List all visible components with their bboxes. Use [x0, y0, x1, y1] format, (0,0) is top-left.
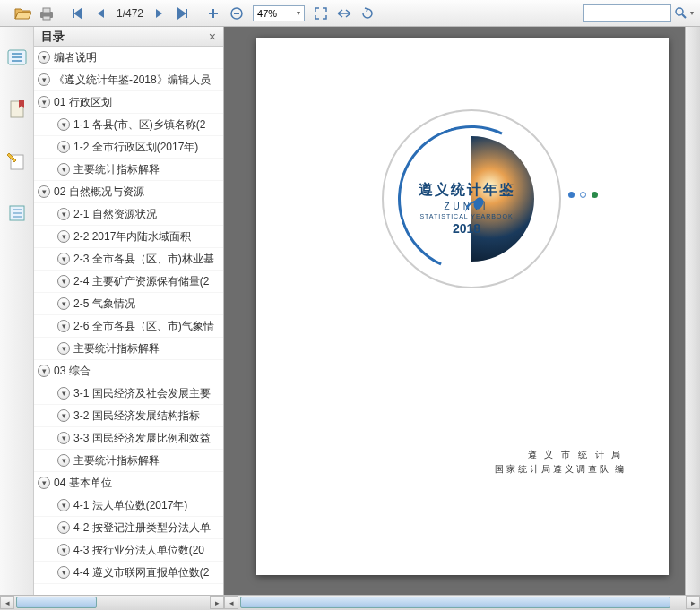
toc-item[interactable]: ▾1-1 各县(市、区)乡镇名称(2	[34, 114, 223, 136]
chevron-down-icon[interactable]: ▾	[38, 365, 50, 377]
toc-item[interactable]: ▾2-1 自然资源状况	[34, 203, 223, 226]
chevron-down-icon[interactable]: ▾	[57, 409, 70, 422]
toc-item[interactable]: ▾4-2 按登记注册类型分法人单	[34, 517, 223, 539]
chevron-down-icon[interactable]: ▾	[57, 544, 70, 556]
toc-item[interactable]: ▾主要统计指标解释	[34, 450, 223, 472]
toc-item[interactable]: ▾4-1 法人单位数(2017年)	[34, 494, 223, 517]
toc-item[interactable]: ▾01 行政区划	[34, 91, 223, 114]
chevron-down-icon[interactable]: ▾	[57, 499, 70, 511]
chevron-down-icon[interactable]: ▾	[57, 342, 70, 355]
viewer-hscroll[interactable]: ◂ ▸	[224, 595, 700, 610]
search-input[interactable]	[583, 4, 671, 22]
scroll-right-arrow[interactable]: ▸	[210, 596, 224, 609]
first-page-button[interactable]	[66, 3, 88, 24]
toc-item-label: 02 自然概况与资源	[54, 185, 144, 200]
toc-hscroll[interactable]: ◂ ▸	[0, 595, 224, 610]
toc-item-label: 03 综合	[54, 364, 91, 379]
page-area[interactable]: 遵义统计年鉴 ZUNYI STATISTICAL YEARBOOK 2018 遵…	[224, 27, 700, 595]
page-viewer: 遵义统计年鉴 ZUNYI STATISTICAL YEARBOOK 2018 遵…	[224, 27, 700, 595]
toc-item[interactable]: ▾编者说明	[34, 47, 223, 69]
toc-item[interactable]: ▾3-2 国民经济发展结构指标	[34, 405, 223, 427]
chevron-down-icon[interactable]: ▾	[57, 297, 70, 310]
toc-item[interactable]: ▾2-4 主要矿产资源保有储量(2	[34, 271, 223, 293]
chevron-down-icon[interactable]: ▾	[57, 141, 70, 153]
toc-item[interactable]: ▾2-3 全市各县（区、市)林业基	[34, 248, 223, 271]
toc-item[interactable]: ▾2-5 气象情况	[34, 293, 223, 315]
chevron-down-icon[interactable]: ▾	[38, 96, 50, 108]
chevron-down-icon[interactable]: ▾	[57, 163, 70, 176]
toc-item-label: 4-1 法人单位数(2017年)	[73, 498, 187, 513]
toc-item[interactable]: ▾04 基本单位	[34, 472, 223, 494]
toc-item-label: 1-1 各县(市、区)乡镇名称(2	[73, 117, 205, 133]
chevron-down-icon[interactable]: ▾	[57, 230, 70, 243]
vertical-scrollbar[interactable]	[685, 27, 700, 595]
toc-item[interactable]: ▾2-2 2017年内陆水域面积	[34, 226, 223, 248]
toc-item[interactable]: ▾2-6 全市各县（区、市)气象情	[34, 315, 223, 338]
toc-item-label: 2-5 气象情况	[73, 296, 135, 312]
cover-year: 2018	[418, 221, 516, 236]
chevron-down-icon[interactable]: ▾	[57, 521, 70, 534]
chevron-down-icon[interactable]: ▾	[57, 320, 70, 332]
toc-item-label: 2-4 主要矿产资源保有储量(2	[73, 274, 209, 289]
next-page-button[interactable]	[149, 3, 170, 24]
chevron-down-icon[interactable]: ▾	[57, 432, 70, 444]
scroll-left-arrow[interactable]: ◂	[224, 596, 238, 609]
tab-bookmark-icon[interactable]	[4, 97, 30, 122]
rotate-button[interactable]	[357, 3, 378, 24]
toc-item[interactable]: ▾1-2 全市行政区划(2017年)	[34, 136, 223, 159]
toc-item-label: 4-2 按登记注册类型分法人单	[73, 520, 211, 536]
toc-panel: 目录 × ▾编者说明▾《遵义统计年鉴-2018》编辑人员▾01 行政区划▾1-1…	[34, 27, 224, 595]
page-indicator[interactable]: 1/472	[113, 7, 147, 20]
tab-toc-icon[interactable]	[4, 45, 30, 70]
last-page-button[interactable]	[172, 3, 194, 24]
search-button[interactable]: ▾	[673, 3, 695, 24]
toc-item-label: 2-1 自然资源状况	[73, 207, 157, 222]
zoom-in-button[interactable]	[203, 3, 224, 24]
toc-item[interactable]: ▾3-1 国民经济及社会发展主要	[34, 382, 223, 405]
fit-width-button[interactable]	[333, 3, 355, 24]
chevron-down-icon[interactable]: ▾	[57, 118, 70, 131]
chevron-down-icon[interactable]: ▾	[38, 73, 50, 86]
toc-item-label: 2-2 2017年内陆水域面积	[73, 229, 191, 245]
zoom-out-button[interactable]	[226, 3, 247, 24]
zoom-select[interactable]: 47%▾	[253, 5, 305, 21]
toc-item-label: 3-1 国民经济及社会发展主要	[73, 386, 211, 401]
toc-title: 目录	[41, 29, 65, 45]
toc-item[interactable]: ▾4-3 按行业分法人单位数(20	[34, 539, 223, 562]
toc-item[interactable]: ▾主要统计指标解释	[34, 338, 223, 360]
scroll-right-arrow[interactable]: ▸	[686, 596, 700, 609]
toc-item[interactable]: ▾主要统计指标解释	[34, 159, 223, 181]
close-icon[interactable]: ×	[209, 30, 216, 44]
chevron-down-icon[interactable]: ▾	[57, 566, 70, 579]
bottom-scrollbars: ◂ ▸ ◂ ▸	[0, 595, 700, 610]
print-button[interactable]	[36, 3, 57, 24]
chevron-down-icon[interactable]: ▾	[57, 387, 70, 400]
toc-item-label: 主要统计指标解释	[73, 162, 160, 177]
toc-item-label: 主要统计指标解释	[73, 341, 160, 357]
chevron-down-icon[interactable]: ▾	[57, 454, 70, 467]
chevron-down-icon[interactable]: ▾	[57, 275, 70, 288]
chevron-down-icon[interactable]: ▾	[38, 477, 50, 489]
scroll-left-arrow[interactable]: ◂	[0, 596, 14, 609]
toc-item-label: 4-4 遵义市联网直报单位数(2	[73, 565, 209, 580]
toc-list[interactable]: ▾编者说明▾《遵义统计年鉴-2018》编辑人员▾01 行政区划▾1-1 各县(市…	[34, 47, 223, 595]
toc-item-label: 编者说明	[54, 50, 97, 65]
chevron-down-icon[interactable]: ▾	[38, 185, 50, 198]
toc-item[interactable]: ▾02 自然概况与资源	[34, 181, 223, 203]
fit-page-button[interactable]	[310, 3, 332, 24]
chevron-down-icon[interactable]: ▾	[38, 51, 50, 64]
zoom-value: 47%	[257, 8, 277, 19]
toc-item-label: 4-3 按行业分法人单位数(20	[73, 543, 204, 558]
tab-annotation-icon[interactable]	[4, 149, 30, 174]
toc-item[interactable]: ▾4-4 遵义市联网直报单位数(2	[34, 562, 223, 584]
toc-item-label: 3-3 国民经济发展比例和效益	[73, 431, 211, 446]
toc-item[interactable]: ▾3-3 国民经济发展比例和效益	[34, 427, 223, 450]
toc-item[interactable]: ▾《遵义统计年鉴-2018》编辑人员	[34, 69, 223, 91]
svg-rect-1	[43, 8, 50, 13]
toc-item[interactable]: ▾03 综合	[34, 360, 223, 382]
chevron-down-icon[interactable]: ▾	[57, 208, 70, 220]
prev-page-button[interactable]	[90, 3, 111, 24]
chevron-down-icon[interactable]: ▾	[57, 253, 70, 265]
tab-thumbnails-icon[interactable]	[4, 201, 30, 226]
open-button[interactable]	[13, 3, 34, 24]
